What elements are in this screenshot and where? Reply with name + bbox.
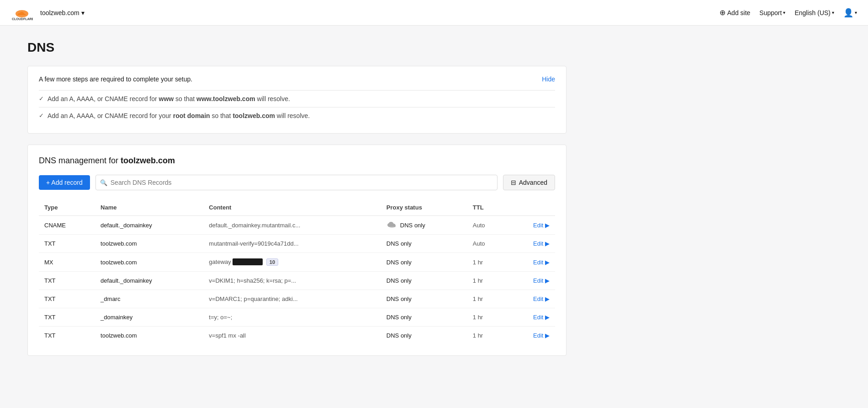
row-ttl: 1 hr — [467, 327, 508, 345]
advanced-icon: ⊟ — [511, 179, 516, 186]
col-ttl: TTL — [467, 199, 508, 216]
user-menu[interactable]: 👤 ▾ — [843, 8, 857, 18]
proxy-status-text: DNS only — [386, 332, 412, 339]
add-site-button[interactable]: ⊕ Add site — [720, 8, 751, 17]
support-menu[interactable]: Support ▾ — [759, 9, 785, 16]
edit-button[interactable]: Edit ▶ — [533, 222, 550, 229]
dns-domain: toolzweb.com — [121, 156, 175, 165]
advanced-label: Advanced — [519, 179, 547, 186]
main-content: DNS A few more steps are required to com… — [0, 26, 594, 370]
search-wrapper: 🔍 — [95, 175, 498, 190]
col-actions — [508, 199, 555, 216]
proxy-status-text: DNS only — [386, 314, 412, 321]
row-name: _dmarc — [95, 290, 203, 308]
row-name: _domainkey — [95, 308, 203, 327]
svg-point-2 — [388, 224, 396, 228]
row-type: MX — [39, 253, 95, 272]
edit-button[interactable]: Edit ▶ — [533, 332, 550, 339]
dns-management-panel: DNS management for toolzweb.com + Add re… — [27, 145, 566, 356]
check-icon-root: ✓ — [39, 112, 44, 119]
dns-table-header: Type Name Content Proxy status TTL — [39, 199, 555, 216]
row-actions: Edit ▶ — [508, 290, 555, 308]
table-row: TXT toolzweb.com v=spf1 mx -all DNS only… — [39, 327, 555, 345]
row-proxy: DNS only — [381, 216, 467, 235]
table-row: TXT toolzweb.com mutantmail-verify=9019c… — [39, 235, 555, 253]
row-name: toolzweb.com — [95, 235, 203, 253]
table-row: TXT _domainkey t=y; o=~; DNS only 1 hr E… — [39, 308, 555, 327]
svg-point-0 — [16, 10, 28, 17]
row-type: TXT — [39, 235, 95, 253]
row-name: default._domainkey — [95, 216, 203, 235]
row-proxy: DNS only — [381, 327, 467, 345]
row-type: TXT — [39, 272, 95, 290]
edit-button[interactable]: Edit ▶ — [533, 240, 550, 247]
add-record-button[interactable]: + Add record — [39, 175, 90, 190]
row-content: v=DMARC1; p=quarantine; adki... — [203, 290, 381, 308]
edit-button[interactable]: Edit ▶ — [533, 295, 550, 302]
row-name: toolzweb.com — [95, 253, 203, 272]
header: CLOUDFLARE toolzweb.com ▾ ⊕ Add site Sup… — [0, 0, 868, 26]
setup-item-www: ✓ Add an A, AAAA, or CNAME record for ww… — [39, 90, 555, 107]
svg-text:CLOUDFLARE: CLOUDFLARE — [12, 17, 33, 21]
add-record-label: + Add record — [46, 179, 83, 186]
row-content: mutantmail-verify=9019c4a71dd... — [203, 235, 381, 253]
table-row: TXT default._domainkey v=DKIM1; h=sha256… — [39, 272, 555, 290]
row-name: toolzweb.com — [95, 327, 203, 345]
row-content: default._domainkey.mutantmail.c... — [203, 216, 381, 235]
language-menu[interactable]: English (US) ▾ — [794, 9, 834, 16]
check-icon-www: ✓ — [39, 95, 44, 102]
edit-button[interactable]: Edit ▶ — [533, 314, 550, 321]
cloudflare-logo: CLOUDFLARE — [11, 5, 33, 21]
support-chevron-icon: ▾ — [783, 10, 785, 15]
row-type: TXT — [39, 327, 95, 345]
row-ttl: Auto — [467, 216, 508, 235]
row-proxy: DNS only — [381, 235, 467, 253]
row-actions: Edit ▶ — [508, 327, 555, 345]
row-proxy: DNS only — [381, 272, 467, 290]
row-proxy: DNS only — [381, 290, 467, 308]
table-row: TXT _dmarc v=DMARC1; p=quarantine; adki.… — [39, 290, 555, 308]
search-icon: 🔍 — [100, 179, 107, 186]
table-row: MX toolzweb.com gateway 10 DNS only 1 hr — [39, 253, 555, 272]
row-type: TXT — [39, 308, 95, 327]
col-name: Name — [95, 199, 203, 216]
proxy-status-text: DNS only — [400, 222, 425, 229]
domain-chevron: ▾ — [81, 9, 85, 16]
edit-button[interactable]: Edit ▶ — [533, 277, 550, 284]
proxy-status-text: DNS only — [386, 259, 412, 266]
header-right: ⊕ Add site Support ▾ English (US) ▾ 👤 ▾ — [720, 8, 857, 18]
row-ttl: 1 hr — [467, 272, 508, 290]
setup-notice-title: A few more steps are required to complet… — [39, 75, 192, 83]
row-content: v=DKIM1; h=sha256; k=rsa; p=... — [203, 272, 381, 290]
dns-toolbar: + Add record 🔍 ⊟ Advanced — [39, 175, 555, 190]
redacted-content — [233, 258, 263, 265]
page-title: DNS — [27, 40, 566, 55]
proxy-status-text: DNS only — [386, 240, 412, 247]
proxy-status-text: DNS only — [386, 295, 412, 302]
row-name: default._domainkey — [95, 272, 203, 290]
domain-selector[interactable]: toolzweb.com ▾ — [40, 9, 85, 16]
logo-area: CLOUDFLARE — [11, 5, 33, 21]
row-actions: Edit ▶ — [508, 308, 555, 327]
language-chevron-icon: ▾ — [832, 10, 834, 15]
hide-button[interactable]: Hide — [542, 75, 555, 83]
edit-button[interactable]: Edit ▶ — [533, 259, 550, 266]
search-input[interactable] — [95, 175, 498, 190]
row-actions: Edit ▶ — [508, 272, 555, 290]
support-label: Support — [759, 9, 782, 16]
setup-notice-header: A few more steps are required to complet… — [39, 75, 555, 83]
row-type: CNAME — [39, 216, 95, 235]
col-proxy: Proxy status — [381, 199, 467, 216]
language-label: English (US) — [794, 9, 831, 16]
advanced-button[interactable]: ⊟ Advanced — [503, 175, 555, 190]
row-proxy: DNS only — [381, 308, 467, 327]
row-actions: Edit ▶ — [508, 235, 555, 253]
dns-panel-title: DNS management for toolzweb.com — [39, 156, 555, 166]
row-type: TXT — [39, 290, 95, 308]
proxy-status-text: DNS only — [386, 277, 412, 284]
dns-table: Type Name Content Proxy status TTL CNAME… — [39, 199, 555, 344]
user-chevron-icon: ▾ — [855, 10, 857, 15]
row-ttl: 1 hr — [467, 290, 508, 308]
dns-table-body: CNAME default._domainkey default._domain… — [39, 216, 555, 345]
col-content: Content — [203, 199, 381, 216]
